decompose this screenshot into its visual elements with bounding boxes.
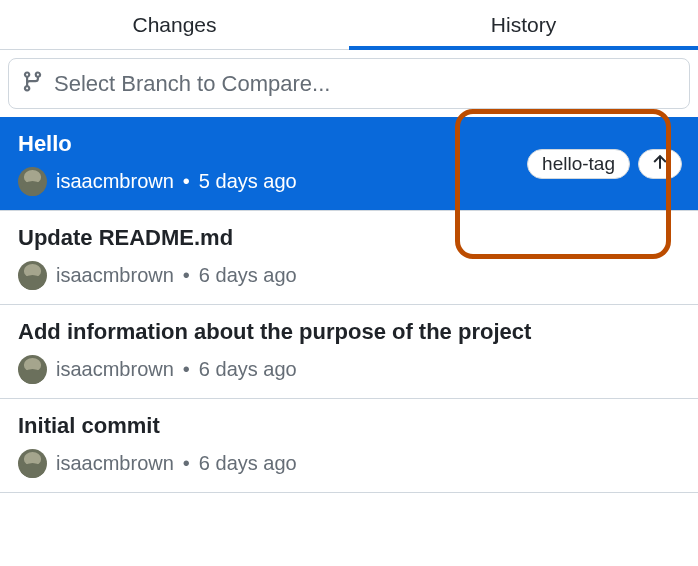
- branch-selector-wrap: Select Branch to Compare...: [0, 50, 698, 117]
- commit-item[interactable]: Update README.md isaacmbrown • 6 days ag…: [0, 211, 698, 305]
- avatar: [18, 449, 47, 478]
- commit-time: 6 days ago: [199, 452, 297, 475]
- commit-meta: isaacmbrown • 6 days ago: [18, 261, 297, 290]
- commit-meta: isaacmbrown • 6 days ago: [18, 355, 531, 384]
- avatar: [18, 355, 47, 384]
- tab-history[interactable]: History: [349, 0, 698, 49]
- commit-author: isaacmbrown: [56, 358, 174, 381]
- commit-badges: hello-tag: [527, 149, 682, 179]
- commit-item[interactable]: Hello isaacmbrown • 5 days ago hello-tag: [0, 117, 698, 211]
- commit-time: 6 days ago: [199, 358, 297, 381]
- separator: •: [183, 452, 190, 475]
- commit-meta: isaacmbrown • 6 days ago: [18, 449, 297, 478]
- tag-badge[interactable]: hello-tag: [527, 149, 630, 179]
- commit-item[interactable]: Add information about the purpose of the…: [0, 305, 698, 399]
- commit-author: isaacmbrown: [56, 170, 174, 193]
- commit-title: Update README.md: [18, 225, 297, 251]
- commit-time: 6 days ago: [199, 264, 297, 287]
- avatar: [18, 261, 47, 290]
- tab-changes[interactable]: Changes: [0, 0, 349, 49]
- branch-compare-placeholder: Select Branch to Compare...: [54, 71, 330, 97]
- commit-time: 5 days ago: [199, 170, 297, 193]
- separator: •: [183, 358, 190, 381]
- commit-title: Add information about the purpose of the…: [18, 319, 531, 345]
- commit-meta: isaacmbrown • 5 days ago: [18, 167, 297, 196]
- git-branch-icon: [21, 70, 44, 97]
- tabs-bar: Changes History: [0, 0, 698, 50]
- arrow-up-icon: [650, 152, 670, 176]
- branch-compare-selector[interactable]: Select Branch to Compare...: [8, 58, 690, 109]
- commit-list: Hello isaacmbrown • 5 days ago hello-tag…: [0, 117, 698, 493]
- separator: •: [183, 170, 190, 193]
- avatar: [18, 167, 47, 196]
- commit-author: isaacmbrown: [56, 452, 174, 475]
- separator: •: [183, 264, 190, 287]
- commit-author: isaacmbrown: [56, 264, 174, 287]
- unpushed-indicator[interactable]: [638, 149, 682, 179]
- commit-title: Initial commit: [18, 413, 297, 439]
- commit-title: Hello: [18, 131, 297, 157]
- commit-item[interactable]: Initial commit isaacmbrown • 6 days ago: [0, 399, 698, 493]
